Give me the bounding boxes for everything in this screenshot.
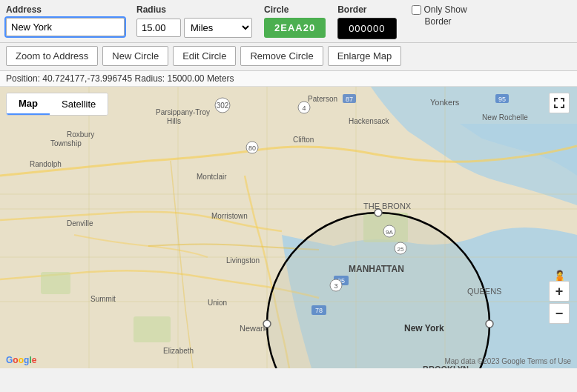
svg-text:Yonkers: Yonkers: [430, 98, 460, 107]
svg-text:25: 25: [398, 246, 404, 253]
toolbar: Address Radius Miles Kilometers Meters C…: [0, 0, 577, 43]
radius-group: Miles Kilometers Meters: [136, 18, 252, 38]
svg-text:Township: Township: [50, 139, 82, 147]
svg-text:New York: New York: [404, 323, 444, 333]
svg-text:Summit: Summit: [90, 295, 116, 303]
fullscreen-button[interactable]: [549, 93, 570, 113]
zoom-to-address-button[interactable]: Zoom to Address: [6, 46, 98, 66]
svg-text:Elizabeth: Elizabeth: [163, 347, 194, 355]
zoom-controls: + −: [549, 281, 570, 324]
svg-text:Montclair: Montclair: [197, 173, 227, 181]
border-field-group: Border 000000: [337, 4, 396, 39]
svg-point-15: [486, 320, 493, 328]
svg-text:302: 302: [217, 102, 229, 110]
svg-text:Clifton: Clifton: [293, 136, 314, 144]
svg-text:MANHATTAN: MANHATTAN: [349, 264, 404, 274]
svg-text:80: 80: [248, 144, 256, 152]
svg-text:Union: Union: [208, 299, 227, 307]
only-show-checkbox[interactable]: [412, 5, 421, 15]
svg-text:95: 95: [498, 96, 506, 103]
only-show-sub-label: Border: [425, 16, 452, 27]
position-text: Position: 40.724177,-73.996745 Radius: 1…: [6, 73, 234, 84]
only-show-group: Only Show Border: [412, 4, 467, 27]
svg-text:9A: 9A: [386, 229, 393, 236]
only-show-label: Only Show: [424, 4, 467, 15]
border-label: Border: [337, 4, 396, 15]
svg-text:QUEENS: QUEENS: [467, 287, 501, 296]
radius-field-group: Radius Miles Kilometers Meters: [136, 4, 252, 38]
only-show-row: Only Show: [412, 4, 467, 15]
svg-text:Roxbury: Roxbury: [67, 130, 94, 139]
circle-field-group: Circle 2EAA20: [264, 4, 326, 38]
svg-text:Hills: Hills: [167, 117, 181, 125]
svg-text:Paterson: Paterson: [308, 95, 337, 103]
map-type-controls: Map Satellite: [6, 93, 108, 116]
svg-text:THE BRONX: THE BRONX: [363, 202, 412, 210]
svg-rect-11: [133, 316, 171, 342]
svg-text:Parsippany-Troy: Parsippany-Troy: [156, 108, 210, 116]
enlarge-map-button[interactable]: Enlarge Map: [328, 46, 402, 66]
svg-text:Newark: Newark: [240, 324, 268, 333]
svg-text:Livingston: Livingston: [226, 256, 260, 265]
circle-color-button[interactable]: 2EAA20: [264, 18, 326, 38]
radius-unit-select[interactable]: Miles Kilometers Meters: [184, 18, 252, 38]
edit-circle-button[interactable]: Edit Circle: [173, 46, 236, 66]
border-color-button[interactable]: 000000: [337, 18, 396, 39]
new-circle-button[interactable]: New Circle: [102, 46, 168, 66]
zoom-in-button[interactable]: +: [549, 281, 570, 302]
map-attribution: Map data ©2023 Google Terms of Use: [444, 357, 571, 365]
address-label: Address: [6, 4, 125, 15]
svg-text:Hackensack: Hackensack: [349, 117, 389, 125]
action-bar: Zoom to Address New Circle Edit Circle R…: [0, 43, 577, 71]
radius-label: Radius: [136, 4, 252, 15]
svg-text:4: 4: [302, 104, 306, 112]
svg-text:Denville: Denville: [67, 219, 93, 227]
zoom-out-button[interactable]: −: [549, 303, 570, 324]
position-bar: Position: 40.724177,-73.996745 Radius: 1…: [0, 71, 577, 87]
svg-text:Morristown: Morristown: [211, 212, 248, 220]
svg-text:Randolph: Randolph: [30, 160, 62, 168]
map-tab-map[interactable]: Map: [7, 93, 50, 115]
svg-text:78: 78: [315, 307, 323, 314]
map-background: Yonkers New Rochelle Paterson Hackensack…: [0, 87, 577, 368]
svg-text:New Rochelle: New Rochelle: [482, 113, 528, 122]
remove-circle-button[interactable]: Remove Circle: [240, 46, 323, 66]
circle-label: Circle: [264, 4, 326, 15]
svg-text:87: 87: [346, 96, 353, 103]
svg-rect-12: [41, 272, 70, 294]
address-input[interactable]: [6, 18, 125, 36]
radius-input[interactable]: [136, 19, 181, 37]
map-container[interactable]: Yonkers New Rochelle Paterson Hackensack…: [0, 87, 577, 368]
google-logo: Google: [6, 355, 36, 365]
address-field-group: Address: [6, 4, 125, 36]
svg-text:3: 3: [334, 282, 337, 290]
map-tab-satellite[interactable]: Satellite: [50, 93, 108, 115]
